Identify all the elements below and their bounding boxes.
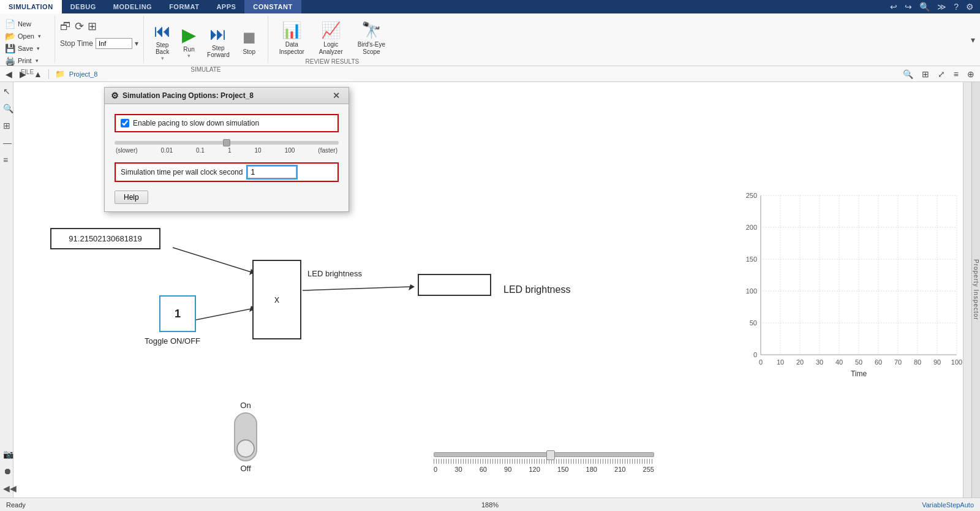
step-back-button[interactable]: ⏮ Step Back ▾ (149, 18, 176, 64)
dialog-title-bar[interactable]: ⚙ Simulation Pacing Options: Project_8 ✕ (105, 88, 349, 104)
arrange-icon[interactable]: ≡ (1, 153, 12, 167)
simulate-buttons: ⏮ Step Back ▾ ▶ Run ▾ ⏭ Step Forward ⏹ S… (144, 16, 268, 66)
menu-tab-simulation[interactable]: SIMULATION (0, 0, 62, 13)
toggle-off-label: Off (240, 464, 251, 473)
input-slider-container: 0 30 60 90 120 150 180 210 255 (434, 452, 654, 473)
print-button[interactable]: 🖨️ Print ▾ (4, 55, 51, 66)
menu-tab-constant[interactable]: CONSTANT (244, 0, 301, 13)
svg-text:10: 10 (777, 358, 784, 366)
status-bar: Ready 188% VariableStepAuto (0, 498, 980, 511)
toggle-block[interactable]: 1 (159, 295, 196, 332)
pacing-slider-track[interactable] (115, 141, 339, 145)
run-button[interactable]: ▶ Run ▾ (177, 21, 201, 61)
zoom-out-icon[interactable]: — (1, 136, 12, 150)
led-signal-label: LED brightness (307, 269, 362, 278)
pacing-slider-thumb[interactable] (223, 139, 230, 146)
menu-bar: SIMULATION DEBUG MODELING FORMAT APPS CO… (0, 0, 980, 13)
slider-label-100: 100 (285, 147, 295, 154)
zoom-fit-icon[interactable]: ⊞ (1, 119, 12, 132)
stop-time-input[interactable] (96, 38, 132, 49)
layers-icon[interactable]: ⊕ (964, 68, 978, 80)
zoom-in-icon[interactable]: 🔍 (1, 102, 12, 115)
step-back-arrow: ▾ (161, 55, 164, 61)
slider-label-1: 1 (228, 147, 232, 154)
grid-icon[interactable]: ⊞ (919, 68, 932, 80)
record-icon[interactable]: ⏺ (1, 464, 12, 478)
back-button[interactable]: ◀ (2, 68, 15, 80)
more-icon[interactable]: ≫ (935, 1, 949, 12)
dialog-body: Enable pacing to slow down simulation (s… (105, 104, 349, 211)
simulate-section: ⏮ Step Back ▾ ▶ Run ▾ ⏭ Step Forward ⏹ S… (144, 16, 268, 63)
forward-button[interactable]: ▶ (17, 68, 29, 80)
dialog-settings-icon: ⚙ (111, 91, 119, 100)
slider-label-slower: (slower) (116, 147, 138, 154)
input-slider-thumb[interactable] (546, 450, 555, 460)
new-button[interactable]: 📄 New (4, 18, 51, 29)
diagram-icon[interactable]: 🗗 (60, 20, 71, 33)
slider-label-210: 210 (614, 466, 625, 473)
save-icon: 💾 (5, 44, 15, 53)
review-section: 📊 Data Inspector 📈 Logic Analyzer 🔭 Bird… (268, 16, 396, 63)
new-icon: 📄 (5, 19, 15, 29)
breadcrumb-project[interactable]: Project_8 (69, 70, 97, 78)
fit-icon[interactable]: ⤢ (935, 68, 948, 80)
svg-marker-5 (409, 284, 415, 290)
help-button[interactable]: Help (115, 191, 148, 204)
slider-label-90: 90 (504, 466, 511, 473)
menu-tab-modeling[interactable]: MODELING (105, 0, 160, 13)
menu-tab-debug[interactable]: DEBUG (62, 0, 105, 13)
run-icon: ▶ (182, 24, 196, 45)
sim-time-input[interactable] (247, 166, 296, 178)
input-slider-track[interactable] (434, 452, 654, 457)
toggle-switch-body[interactable] (234, 412, 257, 461)
save-button[interactable]: 💾 Save ▾ (4, 43, 51, 54)
stop-button[interactable]: ⏹ Stop (236, 25, 263, 58)
scrollbar-vertical[interactable] (963, 82, 971, 498)
led-brightness-label: LED brightness (503, 284, 570, 295)
align-icon[interactable]: ≡ (951, 68, 962, 80)
settings-icon[interactable]: ⚙ (963, 1, 976, 12)
search-icon[interactable]: 🔍 (917, 1, 932, 12)
logic-analyzer-button[interactable]: 📈 Logic Analyzer (313, 18, 349, 58)
open-button[interactable]: 📂 Open ▾ (4, 31, 51, 42)
property-inspector-panel[interactable]: Property Inspector (971, 82, 980, 498)
redo-icon[interactable]: ↪ (902, 1, 914, 12)
enable-pacing-checkbox[interactable] (121, 119, 129, 127)
toolbar-right-arrow[interactable]: ▾ (971, 35, 980, 45)
chart-svg: 250 200 150 100 50 0 0 10 20 30 40 50 60… (730, 189, 963, 379)
enable-pacing-checkbox-row: Enable pacing to slow down simulation (115, 114, 339, 132)
print-icon: 🖨️ (5, 56, 15, 66)
slider-label-faster: (faster) (318, 147, 337, 154)
menu-tab-format[interactable]: FORMAT (160, 0, 208, 13)
select-icon[interactable]: ↖ (1, 85, 12, 98)
birds-eye-button[interactable]: 🔭 Bird's-Eye Scope (352, 18, 391, 58)
pacing-options-dialog: ⚙ Simulation Pacing Options: Project_8 ✕… (104, 87, 349, 212)
dialog-close-button[interactable]: ✕ (330, 91, 342, 100)
zoom-icon[interactable]: 🔍 (900, 68, 916, 80)
data-inspector-button[interactable]: 📊 Data Inspector (273, 18, 311, 58)
undo-icon[interactable]: ↩ (888, 1, 900, 12)
slider-label-30: 30 (454, 466, 462, 473)
refresh-icon[interactable]: ⟳ (75, 20, 84, 33)
svg-text:80: 80 (914, 358, 921, 366)
slider-ticks (434, 459, 654, 464)
stop-time-dropdown-icon[interactable]: ▾ (135, 39, 138, 48)
menu-tab-apps[interactable]: APPS (208, 0, 244, 13)
svg-line-0 (173, 248, 251, 272)
svg-text:70: 70 (894, 358, 902, 366)
toggle-label: Toggle ON/OFF (145, 336, 200, 346)
snapshot-icon[interactable]: 📷 (1, 447, 12, 461)
status-ready: Ready (6, 501, 329, 509)
svg-text:50: 50 (750, 319, 757, 327)
pacing-slider-section: (slower) 0.01 0.1 1 10 100 (faster) (115, 141, 339, 154)
enable-pacing-label: Enable pacing to slow down simulation (133, 119, 259, 127)
svg-text:100: 100 (951, 358, 962, 366)
step-forward-button[interactable]: ⏭ Step Forward (202, 21, 235, 61)
up-button[interactable]: ▲ (31, 68, 45, 80)
property-inspector-label: Property Inspector (973, 259, 979, 320)
collapse-icon[interactable]: ◀◀ (1, 482, 12, 495)
help-icon[interactable]: ? (951, 1, 961, 12)
canvas-icon[interactable]: ⊞ (88, 20, 97, 33)
step-forward-icon: ⏭ (209, 24, 227, 44)
slider-label-10: 10 (255, 147, 262, 154)
